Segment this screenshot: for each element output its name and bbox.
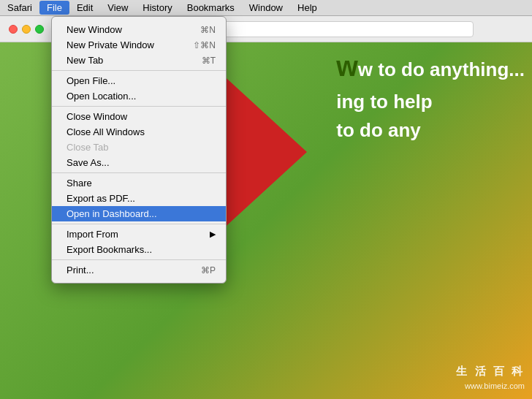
menu-group-2: Open File... Open Location... (52, 71, 226, 107)
menu-view[interactable]: View (100, 1, 135, 15)
traffic-lights (0, 25, 44, 34)
menu-close-tab: Close Tab (52, 140, 226, 155)
menu-export-bookmarks[interactable]: Export Bookmarks... (52, 242, 226, 257)
minimize-button[interactable] (22, 25, 31, 34)
menu-history[interactable]: History (135, 1, 179, 15)
watermark: 生 活 百 科 www.bimeiz.com (456, 363, 525, 392)
menu-open-location[interactable]: Open Location... (52, 88, 226, 104)
menu-close-window[interactable]: Close Window (52, 109, 226, 124)
menu-close-all-windows[interactable]: Close All Windows (52, 124, 226, 140)
close-button[interactable] (9, 25, 18, 34)
menu-share[interactable]: Share (52, 175, 226, 191)
menu-import-from[interactable]: Import From ▶ (52, 227, 226, 242)
fullscreen-button[interactable] (35, 25, 44, 34)
menu-group-3: Close Window Close All Windows Close Tab… (52, 107, 226, 173)
menu-window[interactable]: Window (242, 1, 290, 15)
menu-edit[interactable]: Edit (69, 1, 100, 15)
menu-help[interactable]: Help (290, 1, 324, 15)
menu-safari[interactable]: Safari (0, 1, 39, 15)
menu-file[interactable]: File (39, 1, 69, 15)
menu-print[interactable]: Print... ⌘P (52, 262, 226, 278)
menu-export-pdf[interactable]: Export as PDF... (52, 191, 226, 206)
menu-group-6: Print... ⌘P (52, 260, 226, 280)
menu-group-5: Import From ▶ Export Bookmarks... (52, 224, 226, 260)
menu-save-as[interactable]: Save As... (52, 155, 226, 170)
content-text: ww to do anything... ing to help to do a… (336, 46, 525, 145)
menu-bar: Safari File Edit View History Bookmarks … (0, 0, 532, 16)
file-dropdown-menu: New Window ⌘N New Private Window ⇧⌘N New… (51, 16, 227, 284)
menu-group-1: New Window ⌘N New Private Window ⇧⌘N New… (52, 20, 226, 71)
menu-new-window[interactable]: New Window ⌘N (52, 22, 226, 37)
menu-new-tab[interactable]: New Tab ⌘T (52, 53, 226, 68)
menu-open-in-dashboard[interactable]: Open in Dashboard... (52, 206, 226, 221)
menu-new-private-window[interactable]: New Private Window ⇧⌘N (52, 37, 226, 53)
menu-bookmarks[interactable]: Bookmarks (180, 1, 242, 15)
menu-open-file[interactable]: Open File... (52, 73, 226, 88)
menu-group-4: Share Export as PDF... Open in Dashboard… (52, 173, 226, 224)
